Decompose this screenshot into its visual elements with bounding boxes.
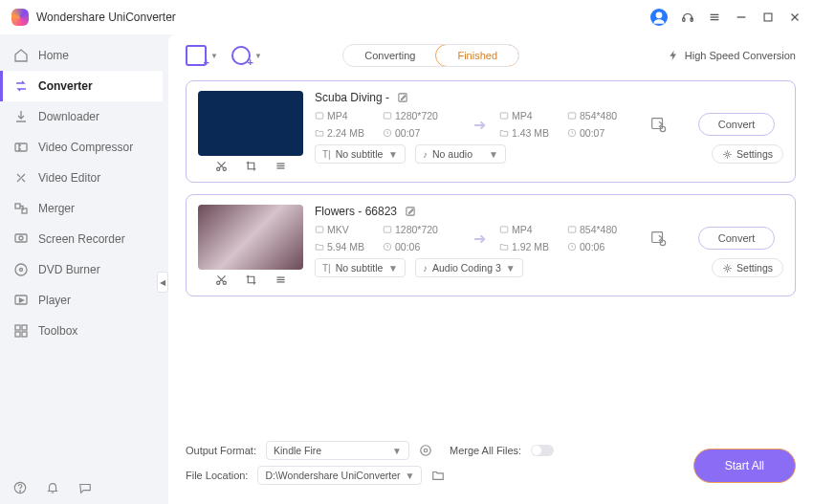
svg-rect-18	[15, 325, 20, 330]
svg-point-23	[19, 491, 20, 492]
svg-point-0	[656, 11, 663, 18]
subtitle-select[interactable]: T|No subtitle▼	[315, 144, 406, 164]
crop-icon[interactable]	[245, 160, 257, 172]
tab-finished[interactable]: Finished	[435, 44, 519, 67]
convert-button[interactable]: Convert	[698, 113, 776, 136]
tab-group: Converting Finished	[342, 44, 519, 67]
svg-point-39	[216, 281, 219, 284]
user-avatar[interactable]	[650, 9, 668, 26]
close-icon[interactable]	[788, 11, 802, 24]
output-settings-icon[interactable]	[649, 116, 667, 133]
bolt-icon	[668, 50, 679, 61]
sidebar-item-home[interactable]: Home	[0, 40, 163, 71]
svg-rect-31	[384, 113, 391, 119]
sidebar-item-converter[interactable]: Converter	[0, 71, 163, 101]
bell-icon[interactable]	[46, 481, 59, 494]
more-icon[interactable]	[275, 274, 287, 286]
start-all-button[interactable]: Start All	[693, 449, 796, 483]
svg-rect-48	[568, 227, 576, 232]
record-icon	[13, 231, 29, 247]
cut-icon[interactable]	[215, 160, 228, 172]
merge-label: Merge All Files:	[450, 445, 521, 456]
cut-icon[interactable]	[215, 274, 228, 286]
file-location-label: File Location:	[186, 470, 248, 481]
sidebar-item-toolbox[interactable]: Toolbox	[0, 316, 163, 346]
high-speed-toggle[interactable]: High Speed Conversion	[668, 50, 796, 61]
file-title: Flowers - 66823	[315, 205, 783, 218]
editor-icon	[13, 170, 29, 186]
svg-point-25	[223, 167, 226, 170]
video-thumbnail[interactable]	[198, 205, 303, 270]
tab-converting[interactable]: Converting	[343, 45, 436, 66]
toolbox-icon	[13, 323, 29, 339]
svg-rect-32	[500, 113, 508, 119]
app-logo	[11, 9, 29, 26]
merge-icon	[13, 201, 29, 216]
chevron-down-icon: ▼	[254, 52, 262, 60]
svg-rect-19	[22, 325, 27, 330]
add-file-button[interactable]: ▼	[186, 45, 218, 66]
svg-point-54	[421, 446, 431, 456]
subtitle-select[interactable]: T|No subtitle▼	[315, 258, 406, 277]
sidebar-item-label: Screen Recorder	[38, 232, 125, 246]
sidebar-item-label: Home	[38, 49, 69, 62]
help-icon[interactable]	[13, 481, 27, 494]
svg-point-38	[726, 152, 729, 155]
svg-point-15	[15, 264, 27, 275]
svg-rect-1	[683, 18, 685, 22]
video-thumbnail[interactable]	[198, 91, 303, 156]
sidebar: Home Converter Downloader Video Compress…	[0, 34, 163, 504]
titlebar: Wondershare UniConverter	[0, 0, 813, 34]
item-settings-button[interactable]: Settings	[712, 258, 783, 277]
menu-icon[interactable]	[708, 11, 721, 24]
svg-point-55	[424, 449, 428, 452]
audio-select[interactable]: ♪No audio▼	[415, 144, 506, 164]
download-icon	[13, 109, 29, 124]
svg-rect-33	[568, 113, 576, 119]
app-title: Wondershare UniConverter	[36, 11, 643, 24]
crop-icon[interactable]	[245, 274, 257, 286]
audio-select[interactable]: ♪Audio Coding 3▼	[415, 258, 523, 277]
sidebar-item-label: Merger	[38, 202, 75, 215]
svg-point-16	[20, 269, 23, 272]
home-icon	[13, 48, 29, 63]
sidebar-item-dvd[interactable]: DVD Burner	[0, 254, 163, 285]
arrow-right-icon: ➜	[473, 116, 486, 134]
folder-open-icon[interactable]	[431, 469, 445, 482]
output-format-select[interactable]: Kindle Fire▼	[266, 441, 409, 460]
sidebar-item-merger[interactable]: Merger	[0, 193, 163, 224]
svg-rect-45	[316, 227, 323, 232]
output-settings-icon[interactable]	[649, 230, 667, 247]
svg-rect-11	[15, 204, 20, 208]
convert-button[interactable]: Convert	[698, 227, 776, 250]
preset-icon[interactable]	[419, 444, 432, 457]
sidebar-item-editor[interactable]: Video Editor	[0, 163, 163, 193]
sidebar-item-label: Video Compressor	[38, 141, 133, 154]
arrow-right-icon: ➜	[473, 230, 486, 248]
add-dvd-button[interactable]: ▼	[231, 46, 262, 65]
more-icon[interactable]	[275, 160, 287, 172]
maximize-icon[interactable]	[761, 11, 775, 24]
sidebar-item-downloader[interactable]: Downloader	[0, 101, 163, 132]
svg-rect-46	[384, 227, 391, 232]
sidebar-item-compressor[interactable]: Video Compressor	[0, 132, 163, 163]
collapse-sidebar-button[interactable]: ◀	[157, 272, 168, 293]
headset-icon[interactable]	[681, 11, 694, 24]
feedback-icon[interactable]	[78, 481, 92, 494]
output-format-label: Output Format:	[186, 445, 256, 456]
svg-point-24	[216, 167, 219, 170]
edit-title-icon[interactable]	[405, 206, 416, 217]
svg-rect-21	[22, 332, 27, 337]
item-settings-button[interactable]: Settings	[712, 144, 783, 164]
minimize-icon[interactable]	[735, 11, 748, 24]
file-location-select[interactable]: D:\Wondershare UniConverter▼	[257, 466, 422, 485]
svg-rect-7	[764, 13, 772, 21]
svg-point-53	[726, 266, 729, 269]
file-card: Flowers - 66823 MKV1280*720 ➜ MP4854*480…	[186, 194, 796, 296]
sidebar-item-recorder[interactable]: Screen Recorder	[0, 224, 163, 254]
file-title: Scuba Diving -	[315, 91, 783, 104]
edit-title-icon[interactable]	[397, 92, 408, 103]
svg-rect-13	[15, 234, 27, 242]
merge-toggle[interactable]	[531, 445, 554, 456]
sidebar-item-player[interactable]: Player	[0, 285, 163, 316]
